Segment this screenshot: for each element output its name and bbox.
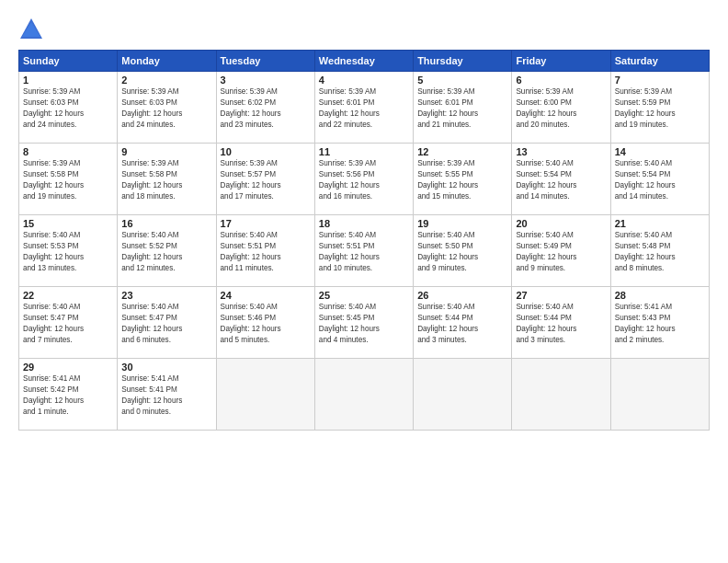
svg-marker-1 bbox=[22, 22, 40, 37]
calendar-cell: 12Sunrise: 5:39 AM Sunset: 5:55 PM Dayli… bbox=[414, 144, 512, 215]
calendar-header-tuesday: Tuesday bbox=[216, 51, 314, 72]
day-info: Sunrise: 5:40 AM Sunset: 5:51 PM Dayligh… bbox=[319, 230, 409, 274]
day-number: 4 bbox=[319, 75, 409, 86]
day-info: Sunrise: 5:40 AM Sunset: 5:53 PM Dayligh… bbox=[23, 230, 113, 274]
calendar-cell bbox=[314, 359, 413, 431]
day-number: 20 bbox=[516, 218, 606, 229]
day-number: 16 bbox=[121, 218, 211, 229]
calendar-cell: 14Sunrise: 5:40 AM Sunset: 5:54 PM Dayli… bbox=[610, 144, 709, 215]
day-number: 1 bbox=[23, 75, 113, 86]
day-info: Sunrise: 5:40 AM Sunset: 5:49 PM Dayligh… bbox=[516, 230, 606, 274]
day-info: Sunrise: 5:40 AM Sunset: 5:48 PM Dayligh… bbox=[615, 230, 705, 274]
day-number: 9 bbox=[121, 146, 211, 157]
calendar-header-saturday: Saturday bbox=[610, 51, 709, 72]
day-number: 25 bbox=[319, 290, 409, 301]
calendar-cell: 26Sunrise: 5:40 AM Sunset: 5:44 PM Dayli… bbox=[414, 287, 512, 359]
day-info: Sunrise: 5:41 AM Sunset: 5:43 PM Dayligh… bbox=[615, 302, 705, 346]
day-number: 17 bbox=[221, 218, 311, 229]
logo bbox=[18, 17, 48, 42]
calendar-cell: 22Sunrise: 5:40 AM Sunset: 5:47 PM Dayli… bbox=[19, 287, 118, 359]
day-number: 2 bbox=[121, 75, 211, 86]
calendar-header-friday: Friday bbox=[512, 51, 610, 72]
page: SundayMondayTuesdayWednesdayThursdayFrid… bbox=[0, 0, 728, 563]
calendar-cell: 10Sunrise: 5:39 AM Sunset: 5:57 PM Dayli… bbox=[216, 144, 314, 215]
calendar-week-row: 22Sunrise: 5:40 AM Sunset: 5:47 PM Dayli… bbox=[19, 287, 710, 359]
calendar-cell: 5Sunrise: 5:39 AM Sunset: 6:01 PM Daylig… bbox=[414, 72, 512, 144]
day-number: 21 bbox=[615, 218, 705, 229]
day-info: Sunrise: 5:40 AM Sunset: 5:44 PM Dayligh… bbox=[417, 302, 507, 346]
day-info: Sunrise: 5:39 AM Sunset: 5:56 PM Dayligh… bbox=[319, 158, 409, 202]
day-info: Sunrise: 5:41 AM Sunset: 5:41 PM Dayligh… bbox=[121, 373, 211, 418]
day-info: Sunrise: 5:40 AM Sunset: 5:45 PM Dayligh… bbox=[319, 302, 409, 346]
day-number: 6 bbox=[516, 75, 606, 86]
calendar-cell: 28Sunrise: 5:41 AM Sunset: 5:43 PM Dayli… bbox=[610, 287, 709, 359]
calendar-cell: 24Sunrise: 5:40 AM Sunset: 5:46 PM Dayli… bbox=[216, 287, 314, 359]
calendar-cell: 25Sunrise: 5:40 AM Sunset: 5:45 PM Dayli… bbox=[314, 287, 413, 359]
day-info: Sunrise: 5:39 AM Sunset: 5:58 PM Dayligh… bbox=[23, 158, 113, 202]
day-number: 12 bbox=[417, 146, 507, 157]
day-info: Sunrise: 5:40 AM Sunset: 5:51 PM Dayligh… bbox=[221, 230, 311, 274]
calendar-cell bbox=[512, 359, 610, 431]
calendar-week-row: 8Sunrise: 5:39 AM Sunset: 5:58 PM Daylig… bbox=[19, 144, 710, 215]
day-number: 27 bbox=[516, 290, 606, 301]
calendar-cell: 23Sunrise: 5:40 AM Sunset: 5:47 PM Dayli… bbox=[118, 287, 216, 359]
day-number: 15 bbox=[23, 218, 113, 229]
calendar-cell bbox=[610, 359, 709, 431]
calendar-cell: 27Sunrise: 5:40 AM Sunset: 5:44 PM Dayli… bbox=[512, 287, 610, 359]
day-info: Sunrise: 5:40 AM Sunset: 5:47 PM Dayligh… bbox=[121, 302, 211, 346]
calendar-cell: 2Sunrise: 5:39 AM Sunset: 6:03 PM Daylig… bbox=[118, 72, 216, 144]
calendar-cell: 17Sunrise: 5:40 AM Sunset: 5:51 PM Dayli… bbox=[216, 215, 314, 287]
day-number: 24 bbox=[221, 290, 311, 301]
calendar-header-row: SundayMondayTuesdayWednesdayThursdayFrid… bbox=[19, 51, 710, 72]
calendar-cell bbox=[216, 359, 314, 431]
day-number: 30 bbox=[121, 362, 211, 373]
day-info: Sunrise: 5:39 AM Sunset: 6:00 PM Dayligh… bbox=[516, 86, 606, 131]
day-number: 13 bbox=[516, 146, 606, 157]
calendar-cell: 9Sunrise: 5:39 AM Sunset: 5:58 PM Daylig… bbox=[118, 144, 216, 215]
day-info: Sunrise: 5:40 AM Sunset: 5:50 PM Dayligh… bbox=[417, 230, 507, 274]
day-info: Sunrise: 5:39 AM Sunset: 6:01 PM Dayligh… bbox=[417, 86, 507, 131]
day-number: 7 bbox=[615, 75, 705, 86]
calendar-header-wednesday: Wednesday bbox=[314, 51, 413, 72]
calendar-cell: 29Sunrise: 5:41 AM Sunset: 5:42 PM Dayli… bbox=[19, 359, 118, 431]
calendar-cell: 21Sunrise: 5:40 AM Sunset: 5:48 PM Dayli… bbox=[610, 215, 709, 287]
calendar-cell: 7Sunrise: 5:39 AM Sunset: 5:59 PM Daylig… bbox=[610, 72, 709, 144]
day-info: Sunrise: 5:39 AM Sunset: 6:03 PM Dayligh… bbox=[121, 86, 211, 131]
day-number: 18 bbox=[319, 218, 409, 229]
day-number: 8 bbox=[23, 146, 113, 157]
day-number: 19 bbox=[417, 218, 507, 229]
calendar-table: SundayMondayTuesdayWednesdayThursdayFrid… bbox=[18, 50, 710, 431]
day-number: 3 bbox=[221, 75, 311, 86]
day-info: Sunrise: 5:39 AM Sunset: 6:02 PM Dayligh… bbox=[221, 86, 311, 131]
logo-icon bbox=[18, 17, 44, 42]
calendar-cell: 8Sunrise: 5:39 AM Sunset: 5:58 PM Daylig… bbox=[19, 144, 118, 215]
calendar-cell: 13Sunrise: 5:40 AM Sunset: 5:54 PM Dayli… bbox=[512, 144, 610, 215]
calendar-week-row: 1Sunrise: 5:39 AM Sunset: 6:03 PM Daylig… bbox=[19, 72, 710, 144]
calendar-week-row: 15Sunrise: 5:40 AM Sunset: 5:53 PM Dayli… bbox=[19, 215, 710, 287]
calendar-cell: 18Sunrise: 5:40 AM Sunset: 5:51 PM Dayli… bbox=[314, 215, 413, 287]
calendar-week-row: 29Sunrise: 5:41 AM Sunset: 5:42 PM Dayli… bbox=[19, 359, 710, 431]
day-number: 29 bbox=[23, 362, 113, 373]
day-info: Sunrise: 5:41 AM Sunset: 5:42 PM Dayligh… bbox=[23, 373, 113, 418]
calendar-cell: 30Sunrise: 5:41 AM Sunset: 5:41 PM Dayli… bbox=[118, 359, 216, 431]
header bbox=[18, 17, 710, 42]
day-info: Sunrise: 5:40 AM Sunset: 5:54 PM Dayligh… bbox=[615, 158, 705, 202]
day-info: Sunrise: 5:40 AM Sunset: 5:54 PM Dayligh… bbox=[516, 158, 606, 202]
day-number: 5 bbox=[417, 75, 507, 86]
calendar-cell: 4Sunrise: 5:39 AM Sunset: 6:01 PM Daylig… bbox=[314, 72, 413, 144]
day-number: 22 bbox=[23, 290, 113, 301]
calendar-cell: 19Sunrise: 5:40 AM Sunset: 5:50 PM Dayli… bbox=[414, 215, 512, 287]
calendar-cell: 16Sunrise: 5:40 AM Sunset: 5:52 PM Dayli… bbox=[118, 215, 216, 287]
calendar-cell: 1Sunrise: 5:39 AM Sunset: 6:03 PM Daylig… bbox=[19, 72, 118, 144]
day-info: Sunrise: 5:40 AM Sunset: 5:46 PM Dayligh… bbox=[221, 302, 311, 346]
day-info: Sunrise: 5:39 AM Sunset: 5:55 PM Dayligh… bbox=[417, 158, 507, 202]
day-info: Sunrise: 5:40 AM Sunset: 5:47 PM Dayligh… bbox=[23, 302, 113, 346]
day-number: 23 bbox=[121, 290, 211, 301]
day-number: 26 bbox=[417, 290, 507, 301]
day-info: Sunrise: 5:39 AM Sunset: 6:03 PM Dayligh… bbox=[23, 86, 113, 131]
day-info: Sunrise: 5:40 AM Sunset: 5:52 PM Dayligh… bbox=[121, 230, 211, 274]
day-info: Sunrise: 5:39 AM Sunset: 6:01 PM Dayligh… bbox=[319, 86, 409, 131]
calendar-cell: 20Sunrise: 5:40 AM Sunset: 5:49 PM Dayli… bbox=[512, 215, 610, 287]
calendar-header-monday: Monday bbox=[118, 51, 216, 72]
day-info: Sunrise: 5:39 AM Sunset: 5:58 PM Dayligh… bbox=[121, 158, 211, 202]
